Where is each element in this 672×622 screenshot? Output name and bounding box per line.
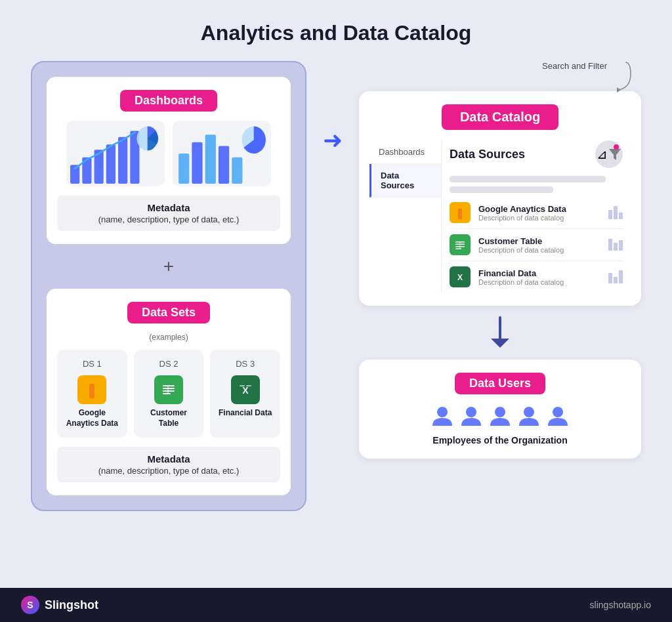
data-catalog-wrapper: Data Catalog Dashboards Data Sources Dat… xyxy=(359,91,641,306)
filter-active-dot xyxy=(614,144,619,150)
svg-rect-13 xyxy=(83,388,89,398)
metadata-box-2: Metadata (name, description, type of dat… xyxy=(57,447,280,482)
catalog-item-info-financial: Financial Data Description of data catal… xyxy=(478,268,600,286)
svg-marker-26 xyxy=(617,87,621,93)
bar-chart-box-2 xyxy=(173,121,271,186)
catalog-item-name-financial: Financial Data xyxy=(478,268,600,278)
ds-icon-sheets xyxy=(154,375,183,404)
data-users-badge: Data Users xyxy=(455,373,545,394)
footer-logo: S Slingshot xyxy=(21,596,98,614)
svg-rect-3 xyxy=(106,144,116,184)
catalog-item-info-customer: Customer Table Description of data catal… xyxy=(478,236,600,254)
metadata-subtitle-1: (name, description, type of data, etc.) xyxy=(98,215,240,224)
svg-rect-10 xyxy=(219,146,229,184)
datasets-badge: Data Sets xyxy=(127,302,210,323)
svg-point-44 xyxy=(524,407,534,417)
svg-marker-27 xyxy=(609,149,621,160)
metadata-subtitle-2: (name, description, type of data, etc.) xyxy=(98,466,240,476)
line-chart-svg xyxy=(69,123,162,184)
footer: S Slingshot slingshotapp.io xyxy=(0,588,672,622)
metadata-title-1: Metadata xyxy=(64,202,274,213)
datasets-section: Data Sets (examples) DS 1 Google Anaytic… xyxy=(47,289,291,495)
svg-point-41 xyxy=(437,407,448,417)
svg-point-15 xyxy=(95,393,100,398)
svg-rect-25 xyxy=(246,385,251,386)
catalog-item-customer[interactable]: Customer Table Description of data catal… xyxy=(450,229,623,261)
mini-bar xyxy=(614,243,618,251)
excel-small-icon: X xyxy=(453,270,467,284)
svg-rect-7 xyxy=(178,154,189,184)
svg-rect-11 xyxy=(232,157,242,184)
skeleton-bar-1 xyxy=(450,176,606,182)
ds-name-2: Customer Table xyxy=(140,408,198,428)
catalog-item-desc-customer: Description of data catalog xyxy=(478,246,600,254)
catalog-section-title: Data Sources xyxy=(450,148,525,161)
nav-item-dashboards[interactable]: Dashboards xyxy=(369,140,441,164)
sheets-icon-svg xyxy=(159,380,178,400)
main-content: Dashboards xyxy=(0,61,672,511)
ds-icon-ga xyxy=(77,375,106,404)
svg-point-42 xyxy=(466,407,476,417)
svg-rect-36 xyxy=(459,241,461,249)
data-users-panel: Data Users xyxy=(359,360,641,459)
catalog-item-bars-ga xyxy=(608,206,623,219)
catalog-main: Data Sources ⊿ xyxy=(442,140,631,293)
catalog-item-desc-ga: Description of data catalog xyxy=(478,214,600,222)
svg-rect-29 xyxy=(458,209,462,219)
plus-sign: + xyxy=(47,255,291,278)
mini-bar xyxy=(619,240,623,251)
svg-rect-21 xyxy=(167,385,169,394)
catalog-item-info-ga: Google Anaytics Data Description of data… xyxy=(478,204,600,222)
svg-text:X: X xyxy=(457,273,463,282)
data-catalog-panel: Data Catalog Dashboards Data Sources Dat… xyxy=(359,91,641,306)
svg-text:X: X xyxy=(242,385,249,396)
mini-bar xyxy=(619,270,623,283)
user-icon-4 xyxy=(516,404,541,428)
catalog-icon-excel: X xyxy=(450,266,471,287)
filter-button[interactable]: ⊿ xyxy=(595,140,623,168)
page-title: Analytics and Data Catalog xyxy=(0,0,672,61)
svg-rect-8 xyxy=(192,142,202,184)
catalog-item-desc-financial: Description of data catalog xyxy=(478,278,600,286)
svg-rect-9 xyxy=(205,135,216,184)
users-icons xyxy=(375,404,625,428)
sheets-small-icon xyxy=(453,238,467,252)
catalog-body: Dashboards Data Sources Data Sources ⊿ xyxy=(369,140,631,293)
ds-label-1: DS 1 xyxy=(83,359,102,369)
catalog-icon-ga xyxy=(450,202,471,223)
catalog-header-row: Data Sources ⊿ xyxy=(450,140,623,168)
ga-icon-svg xyxy=(82,380,102,400)
footer-url: slingshotapp.io xyxy=(590,600,651,610)
svg-point-30 xyxy=(463,215,467,219)
bar-chart-2-svg xyxy=(175,123,268,184)
mini-bar xyxy=(608,273,612,283)
left-panel: Dashboards xyxy=(31,61,306,511)
ds-label-3: DS 3 xyxy=(236,359,255,369)
user-icon-5 xyxy=(545,404,570,428)
footer-logo-text: Slingshot xyxy=(45,598,98,612)
metadata-box-1: Metadata (name, description, type of dat… xyxy=(57,196,280,231)
catalog-item-financial[interactable]: X Financial Data Description of data cat… xyxy=(450,261,623,293)
catalog-item-ga[interactable]: Google Anaytics Data Description of data… xyxy=(450,197,623,229)
user-icon-3 xyxy=(488,404,513,428)
metadata-title-2: Metadata xyxy=(64,453,274,465)
svg-rect-4 xyxy=(118,137,127,184)
catalog-item-name-customer: Customer Table xyxy=(478,236,600,246)
catalog-item-bars-financial xyxy=(608,270,623,283)
mini-bar xyxy=(608,210,612,219)
ga-small-icon xyxy=(453,205,467,220)
ds-item-1: DS 1 Google Anaytics Data xyxy=(57,350,127,438)
nav-item-data-sources[interactable]: Data Sources xyxy=(369,164,441,197)
catalog-sidebar: Dashboards Data Sources xyxy=(369,140,442,293)
user-icon-1 xyxy=(430,404,455,428)
svg-rect-28 xyxy=(453,211,457,219)
search-filter-arrow-svg xyxy=(599,61,632,94)
catalog-item-name-ga: Google Anaytics Data xyxy=(478,204,600,214)
svg-rect-35 xyxy=(455,249,461,250)
user-icon-2 xyxy=(459,404,484,428)
dashboards-section: Dashboards xyxy=(47,77,291,244)
search-filter-label: Search and Filter xyxy=(542,61,607,71)
mini-bar xyxy=(614,206,618,219)
right-arrow-container: ➜ xyxy=(306,61,359,154)
svg-rect-14 xyxy=(89,384,94,398)
